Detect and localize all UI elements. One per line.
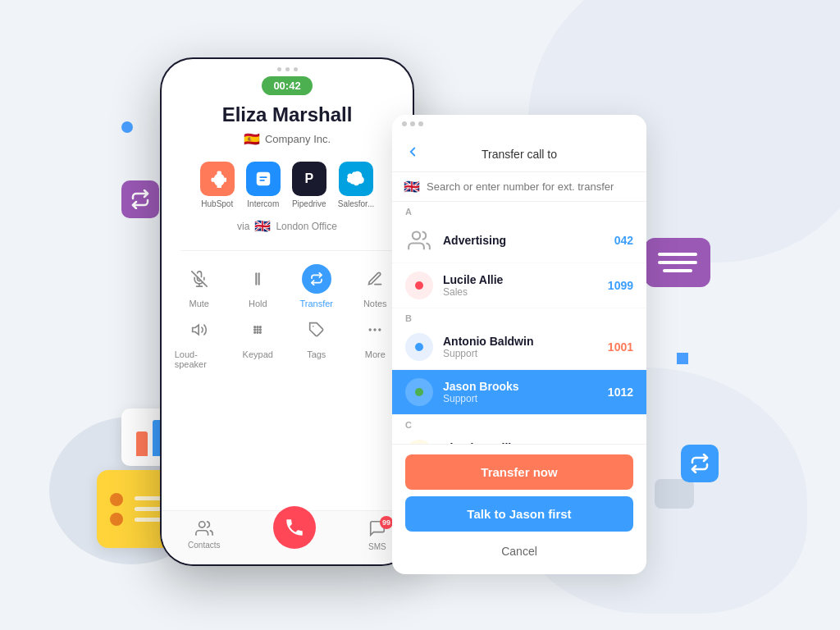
transfer-icon-box-2 (681, 445, 719, 482)
lucile-dept: Sales (443, 286, 601, 298)
svg-point-18 (374, 329, 376, 331)
notes-label: Notes (363, 299, 387, 308)
svg-rect-0 (257, 172, 271, 186)
svg-point-7 (254, 326, 256, 328)
hubspot-label: HubSpot (201, 199, 233, 208)
phone-inner: 00:42 Eliza Marshall 🇪🇸 Company Inc. Hub… (162, 59, 413, 564)
keypad-label: Keypad (243, 349, 273, 359)
office-name: London Office (276, 221, 337, 232)
hold-icon (243, 264, 272, 294)
tags-button[interactable]: Tags (292, 315, 341, 369)
mute-icon (185, 264, 214, 294)
chat-bubble-widget (645, 238, 710, 287)
phone-content: 00:42 Eliza Marshall 🇪🇸 Company Inc. Hub… (162, 71, 413, 510)
svg-point-12 (260, 329, 262, 331)
contact-antonio[interactable]: Antonio Baldwin Support 1001 (392, 325, 646, 370)
contacts-tab[interactable]: Contacts (188, 519, 220, 551)
contact-floyd[interactable]: Floyd Castillo Sales 1004 (392, 431, 646, 444)
svg-point-9 (260, 326, 262, 328)
jason-info: Jason Brooks Support (443, 380, 601, 404)
svg-point-13 (254, 332, 256, 334)
hold-label: Hold (249, 299, 267, 308)
back-button[interactable] (405, 144, 420, 163)
svg-point-8 (257, 326, 258, 328)
jason-dept: Support (443, 393, 601, 404)
svg-point-21 (413, 232, 420, 240)
transfer-button[interactable]: Transfer (292, 264, 341, 308)
action-buttons-row1: Mute Hold (162, 264, 413, 308)
svg-point-20 (199, 522, 204, 527)
via-text: via (237, 221, 249, 232)
contact-advertising[interactable]: Advertising 042 (392, 218, 646, 263)
divider-1 (180, 250, 394, 251)
app-pipedrive[interactable]: P Pipedrive (292, 162, 326, 208)
flag-icon: 🇪🇸 (244, 131, 260, 147)
cancel-button[interactable]: Cancel (405, 538, 633, 564)
chat-line-3 (663, 269, 692, 272)
sms-tab[interactable]: 99 SMS (368, 519, 386, 551)
talk-first-button[interactable]: Talk to Jason first (405, 496, 633, 532)
contacts-label: Contacts (188, 541, 220, 550)
antonio-name: Antonio Baldwin (443, 335, 601, 348)
transfer-now-button[interactable]: Transfer now (405, 454, 633, 490)
antonio-avatar (405, 333, 433, 361)
app-intercom[interactable]: Intercom (246, 162, 281, 208)
advertising-ext: 042 (614, 234, 633, 247)
hubspot-icon (200, 162, 235, 196)
app-salesforce[interactable]: Salesfor... (338, 162, 374, 208)
transfer-header: Transfer call to (392, 133, 646, 172)
loudspeaker-icon (185, 315, 214, 345)
decorative-dot-2 (677, 353, 688, 364)
app-hubspot[interactable]: HubSpot (200, 162, 235, 208)
contact-jason[interactable]: Jason Brooks Support 1012 (392, 370, 646, 415)
keypad-button[interactable]: Keypad (233, 315, 282, 369)
contacts-list: A Advertising 042 Lucile Allie Sales 109… (392, 202, 646, 444)
contact-lucile[interactable]: Lucile Allie Sales 1099 (392, 263, 646, 308)
yellow-dot-2 (110, 513, 123, 526)
company-label: Company Inc. (265, 133, 331, 145)
transfer-title: Transfer call to (427, 148, 612, 161)
svg-point-11 (257, 329, 258, 331)
jason-ext: 1012 (608, 386, 633, 399)
svg-point-17 (370, 329, 372, 331)
svg-point-14 (257, 332, 258, 334)
dot-2 (410, 121, 415, 126)
caller-company: 🇪🇸 Company Inc. (244, 131, 331, 147)
panel-dots (392, 115, 646, 133)
decorative-gray-box (655, 479, 694, 509)
loudspeaker-label: Loud-speaker (175, 349, 224, 369)
antonio-ext: 1001 (608, 340, 633, 354)
more-label: More (365, 349, 386, 359)
transfer-icon (302, 264, 331, 294)
via-line: via 🇬🇧 London Office (237, 218, 337, 234)
end-call-button[interactable] (273, 506, 316, 549)
svg-point-15 (260, 332, 262, 334)
action-buttons-row2: Loud-speaker Keypad Tags (162, 315, 413, 369)
pipedrive-label: Pipedrive (292, 199, 326, 208)
transfer-icon-box (121, 180, 159, 218)
advertising-name: Advertising (443, 234, 608, 247)
mute-label: Mute (189, 299, 209, 308)
antonio-info: Antonio Baldwin Support (443, 335, 601, 359)
yellow-dot-1 (110, 493, 123, 506)
call-timer: 00:42 (262, 76, 312, 95)
keypad-icon (243, 315, 272, 345)
decorative-dot-1 (121, 121, 133, 133)
hold-button[interactable]: Hold (233, 264, 282, 308)
search-input[interactable] (427, 180, 635, 193)
sms-label: SMS (368, 542, 386, 551)
search-bar: 🇬🇧 (392, 172, 646, 202)
mute-button[interactable]: Mute (175, 264, 224, 308)
jason-name: Jason Brooks (443, 380, 601, 393)
transfer-panel: Transfer call to 🇬🇧 A Advertising 042 Lu… (392, 115, 646, 574)
chat-line-2 (658, 261, 697, 264)
section-a: A (392, 202, 646, 218)
chat-line-1 (658, 253, 697, 256)
svg-point-19 (379, 329, 381, 331)
phone-frame: 00:42 Eliza Marshall 🇪🇸 Company Inc. Hub… (160, 57, 414, 566)
bottom-bar: Contacts 99 SMS (162, 510, 413, 564)
loudspeaker-button[interactable]: Loud-speaker (175, 315, 224, 369)
more-icon (360, 315, 390, 345)
caller-name: Eliza Marshall (222, 103, 353, 126)
bar-1 (136, 431, 148, 456)
